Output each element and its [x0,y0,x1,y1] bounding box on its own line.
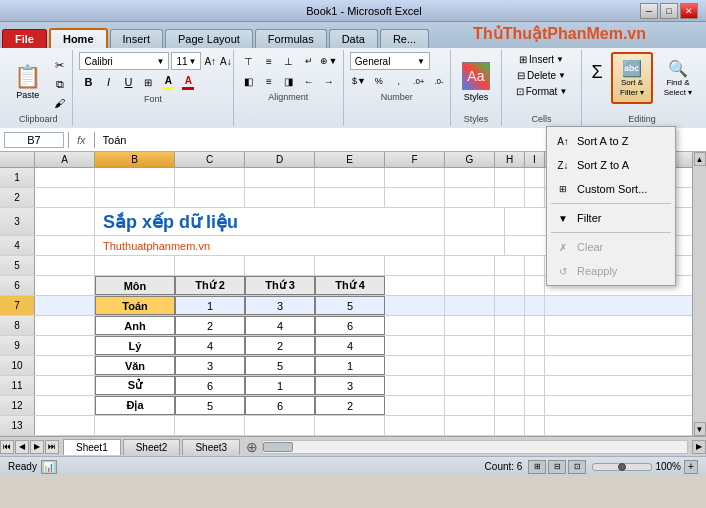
cell-b5[interactable] [95,256,175,275]
cell-a6[interactable] [35,276,95,295]
cell-f9[interactable] [385,336,445,355]
cell-c12[interactable]: 5 [175,396,245,415]
cell-b3[interactable]: Sắp xếp dữ liệu [95,208,445,235]
cell-i8[interactable] [525,316,545,335]
page-layout-view-button[interactable]: ⊟ [548,460,566,474]
cell-b9[interactable]: Lý [95,336,175,355]
wrap-text-button[interactable]: ↵ [300,52,318,70]
cell-a3[interactable] [35,208,95,235]
minimize-button[interactable]: ─ [640,3,658,19]
cell-f5[interactable] [385,256,445,275]
cell-c13[interactable] [175,416,245,435]
cell-d9[interactable]: 2 [245,336,315,355]
sheet-tab-sheet3[interactable]: Sheet3 [182,439,240,455]
format-cells-button[interactable]: ⊡ Format ▼ [511,84,573,99]
scroll-up-button[interactable]: ▲ [694,152,706,166]
status-icon[interactable]: 📊 [41,460,57,474]
font-name-selector[interactable]: Calibri ▼ [79,52,169,70]
cell-g8[interactable] [445,316,495,335]
cell-i11[interactable] [525,376,545,395]
cell-d5[interactable] [245,256,315,275]
cell-h9[interactable] [495,336,525,355]
sheet-nav-next[interactable]: ▶ [30,440,44,454]
col-header-d[interactable]: D [245,152,315,167]
cell-i6[interactable] [525,276,545,295]
horizontal-scrollbar[interactable] [262,440,688,454]
increase-decimal-button[interactable]: .0+ [410,72,428,90]
align-middle-button[interactable]: ≡ [260,52,278,70]
scroll-thumb[interactable] [263,442,293,452]
cell-reference-box[interactable]: B7 [4,132,64,148]
comma-button[interactable]: , [390,72,408,90]
decrease-decimal-button[interactable]: .0- [430,72,448,90]
cell-g9[interactable] [445,336,495,355]
cell-h2[interactable] [495,188,525,207]
cell-a5[interactable] [35,256,95,275]
cell-h7[interactable] [495,296,525,315]
cell-f4[interactable] [445,236,505,255]
align-center-button[interactable]: ≡ [260,72,278,90]
align-right-button[interactable]: ◨ [280,72,298,90]
col-header-i[interactable]: I [525,152,545,167]
cell-i2[interactable] [525,188,545,207]
cell-e2[interactable] [315,188,385,207]
fill-color-button[interactable]: A [159,73,177,91]
cell-a1[interactable] [35,168,95,187]
cell-d13[interactable] [245,416,315,435]
styles-button[interactable]: Aa Styles [455,54,497,110]
cell-e8[interactable]: 6 [315,316,385,335]
cell-f13[interactable] [385,416,445,435]
tab-data[interactable]: Data [329,29,378,48]
cell-f3[interactable] [445,208,505,235]
cell-d10[interactable]: 5 [245,356,315,375]
cell-i10[interactable] [525,356,545,375]
cell-f7[interactable] [385,296,445,315]
cell-e1[interactable] [315,168,385,187]
cell-g10[interactable] [445,356,495,375]
paste-button[interactable]: 📋 Paste [7,52,48,112]
cell-i9[interactable] [525,336,545,355]
sort-filter-button[interactable]: 🔤 Sort &Filter ▾ [611,52,653,104]
font-color-button[interactable]: A [179,73,197,91]
tab-page-layout[interactable]: Page Layout [165,29,253,48]
cell-a10[interactable] [35,356,95,375]
cell-f10[interactable] [385,356,445,375]
cell-e12[interactable]: 2 [315,396,385,415]
cell-e10[interactable]: 1 [315,356,385,375]
cell-d7[interactable]: 3 [245,296,315,315]
cell-i7[interactable] [525,296,545,315]
col-header-f[interactable]: F [385,152,445,167]
cell-g11[interactable] [445,376,495,395]
scroll-down-button[interactable]: ▼ [694,422,706,436]
cell-d2[interactable] [245,188,315,207]
sort-za-item[interactable]: Z↓ Sort Z to A [547,153,675,177]
close-button[interactable]: ✕ [680,3,698,19]
sort-az-item[interactable]: A↑ Sort A to Z [547,129,675,153]
number-format-selector[interactable]: General ▼ [350,52,430,70]
cell-e11[interactable]: 3 [315,376,385,395]
cell-f8[interactable] [385,316,445,335]
col-header-h[interactable]: H [495,152,525,167]
merge-center-button[interactable]: ⊕▼ [320,52,338,70]
tab-review[interactable]: Re... [380,29,429,48]
decrease-indent-button[interactable]: ← [300,72,318,90]
window-controls[interactable]: ─ □ ✕ [640,3,698,19]
cell-f11[interactable] [385,376,445,395]
cell-b4[interactable]: Thuthuatphanmem.vn [95,236,445,255]
cell-h1[interactable] [495,168,525,187]
cell-d12[interactable]: 6 [245,396,315,415]
increase-indent-button[interactable]: → [320,72,338,90]
cell-c7[interactable]: 1 [175,296,245,315]
cell-g5[interactable] [445,256,495,275]
sheet-tab-sheet2[interactable]: Sheet2 [123,439,181,455]
cell-b8[interactable]: Anh [95,316,175,335]
tab-home[interactable]: Home [49,28,108,48]
cell-f1[interactable] [385,168,445,187]
underline-button[interactable]: U [119,73,137,91]
cell-e13[interactable] [315,416,385,435]
cell-g6[interactable] [445,276,495,295]
delete-cells-button[interactable]: ⊟ Delete ▼ [512,68,571,83]
cell-g2[interactable] [445,188,495,207]
vertical-scrollbar[interactable]: ▲ ▼ [692,152,706,436]
cell-h8[interactable] [495,316,525,335]
